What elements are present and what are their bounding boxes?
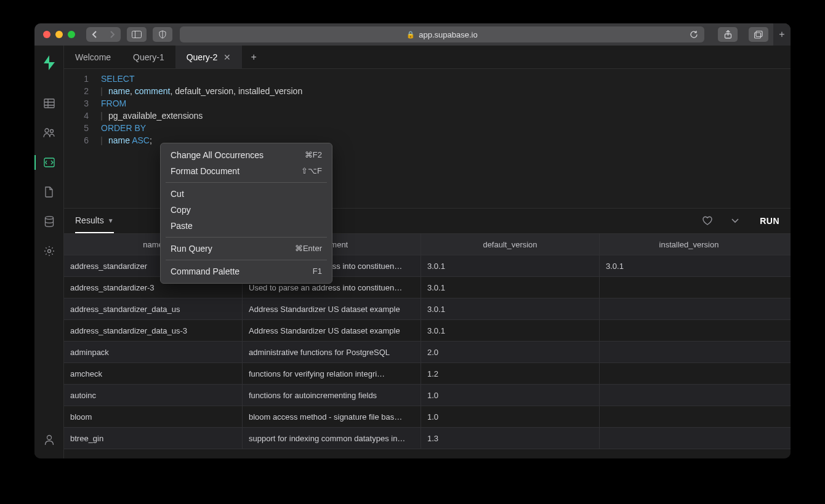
shield-icon[interactable] (153, 27, 172, 42)
svg-rect-5 (755, 33, 761, 38)
nav-buttons (86, 27, 121, 42)
svg-rect-4 (756, 31, 762, 36)
context-menu-item[interactable]: Format Document⇧⌥F (161, 163, 332, 179)
maximize-window-button[interactable] (68, 31, 75, 38)
table-cell: autoinc (64, 385, 243, 406)
tab-label: Query-2 (187, 52, 218, 62)
results-tab[interactable]: Results ▼ (75, 209, 114, 233)
new-browser-tab-button[interactable]: + (773, 23, 791, 46)
table-cell: 2.0 (421, 342, 600, 362)
history-dropdown-icon[interactable] (731, 218, 739, 223)
svg-rect-0 (132, 31, 142, 38)
svg-point-15 (47, 436, 51, 440)
context-menu-item[interactable]: Paste (161, 218, 332, 234)
back-button[interactable] (86, 27, 103, 42)
close-window-button[interactable] (43, 31, 50, 38)
table-cell: bloom (64, 406, 243, 427)
results-label: Results (75, 215, 104, 225)
run-button[interactable]: RUN (760, 216, 779, 226)
logo-icon[interactable] (38, 52, 60, 74)
table-row[interactable]: autoincfunctions for autoincrementing fi… (64, 385, 791, 406)
context-menu-item[interactable]: Command PaletteF1 (161, 263, 332, 279)
auth-icon[interactable] (38, 122, 60, 144)
context-menu-item[interactable]: Cut (161, 186, 332, 202)
table-cell: functions for autoincrementing fields (243, 385, 421, 406)
svg-rect-6 (44, 99, 54, 108)
context-menu-label: Copy (171, 205, 191, 215)
context-menu-item[interactable]: Copy (161, 202, 332, 218)
table-cell (600, 342, 778, 362)
context-menu: Change All Occurrences⌘F2Format Document… (160, 143, 332, 284)
svg-point-13 (45, 217, 53, 220)
address-bar[interactable]: 🔒 app.supabase.io (180, 26, 704, 42)
new-tab-button[interactable]: + (242, 46, 265, 68)
table-cell: 1.0 (421, 385, 600, 406)
close-icon[interactable]: ✕ (223, 52, 231, 62)
window-controls (43, 31, 75, 38)
table-cell (600, 277, 778, 298)
context-menu-label: Format Document (171, 166, 239, 176)
table-cell: 1.3 (421, 428, 600, 449)
tab-query-1[interactable]: Query-1 (122, 46, 175, 68)
tab-welcome[interactable]: Welcome (64, 46, 122, 68)
table-cell (600, 298, 778, 319)
forward-button[interactable] (103, 27, 121, 42)
context-menu-shortcut: ⌘Enter (295, 244, 322, 254)
table-cell: address_standardizer_data_us-3 (64, 320, 243, 341)
column-header[interactable]: default_version (421, 234, 600, 255)
table-cell: 1.2 (421, 363, 600, 384)
sql-icon[interactable] (38, 151, 60, 174)
sidebar-toggle-icon[interactable] (127, 27, 147, 42)
chevron-down-icon: ▼ (108, 217, 114, 224)
table-cell: Address Standardizer US dataset example (243, 320, 421, 341)
url-text: app.supabase.io (419, 30, 477, 39)
table-cell: amcheck (64, 363, 243, 384)
sidebar (34, 46, 64, 458)
tab-query-2[interactable]: Query-2 ✕ (175, 46, 243, 68)
editor-tabs: Welcome Query-1 Query-2 ✕ + (64, 46, 791, 69)
minimize-window-button[interactable] (55, 31, 63, 38)
reload-icon[interactable] (690, 30, 698, 39)
table-row[interactable]: amcheckfunctions for verifying relation … (64, 363, 791, 385)
table-row[interactable]: address_standardizer_data_usAddress Stan… (64, 298, 791, 320)
account-icon[interactable] (38, 429, 60, 451)
table-cell: adminpack (64, 342, 243, 362)
table-row[interactable]: address_standardizer_data_us-3Address St… (64, 320, 791, 342)
column-header[interactable]: installed_version (600, 234, 778, 255)
table-cell: support for indexing common datatypes in… (243, 428, 421, 449)
lock-icon: 🔒 (406, 31, 415, 39)
table-cell (600, 428, 778, 449)
context-menu-label: Change All Occurrences (171, 150, 264, 160)
table-cell (600, 320, 778, 341)
app-shell: Welcome Query-1 Query-2 ✕ + 123456 SELEC… (34, 46, 791, 458)
table-cell: address_standardizer_data_us (64, 298, 243, 319)
table-cell: 3.0.1 (421, 277, 600, 298)
settings-icon[interactable] (38, 240, 60, 262)
context-menu-item[interactable]: Run Query⌘Enter (161, 241, 332, 257)
context-menu-label: Cut (171, 189, 184, 199)
svg-point-10 (45, 129, 49, 132)
database-icon[interactable] (38, 210, 60, 233)
titlebar-right-icons (712, 27, 768, 42)
context-menu-shortcut: ⇧⌥F (301, 166, 322, 176)
context-menu-shortcut: F1 (313, 266, 322, 276)
table-row[interactable]: bloombloom access method - signature fil… (64, 406, 791, 428)
docs-icon[interactable] (38, 181, 60, 203)
browser-titlebar: 🔒 app.supabase.io + (34, 23, 791, 46)
app-window: 🔒 app.supabase.io + (34, 23, 791, 458)
share-icon[interactable] (718, 27, 738, 42)
table-cell: bloom access method - signature file bas… (243, 406, 421, 427)
tab-label: Query-1 (133, 52, 164, 62)
table-cell: 3.0.1 (421, 320, 600, 341)
svg-point-14 (47, 250, 50, 253)
table-row[interactable]: btree_ginsupport for indexing common dat… (64, 428, 791, 449)
svg-point-11 (50, 130, 53, 133)
line-gutter: 123456 (64, 69, 96, 208)
context-menu-item[interactable]: Change All Occurrences⌘F2 (161, 147, 332, 163)
tabs-overview-icon[interactable] (749, 27, 768, 42)
context-menu-label: Paste (171, 221, 193, 231)
table-row[interactable]: adminpackadministrative functions for Po… (64, 342, 791, 363)
favorite-icon[interactable] (702, 216, 713, 226)
table-icon[interactable] (38, 92, 60, 114)
context-menu-label: Run Query (171, 244, 212, 254)
